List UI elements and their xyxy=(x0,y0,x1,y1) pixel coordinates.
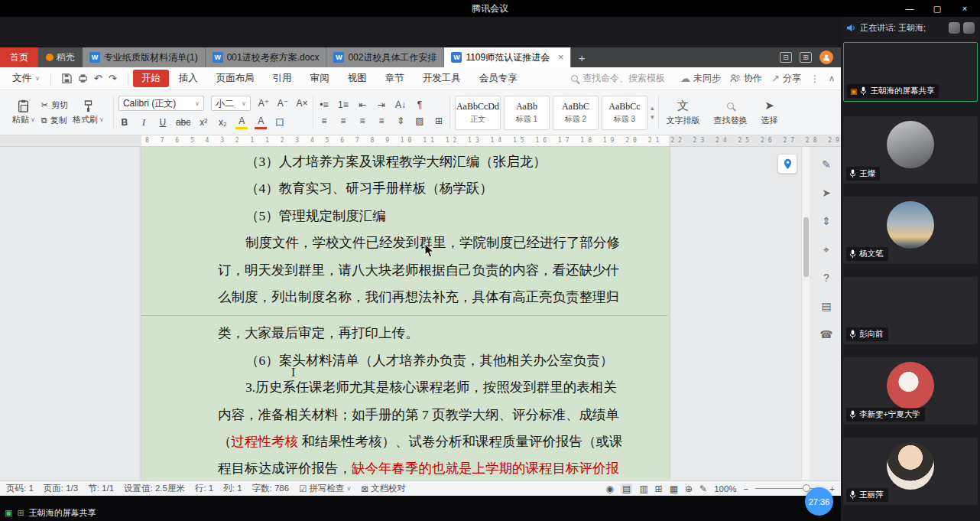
grow-font-button[interactable]: A⁺ xyxy=(258,97,270,109)
print-icon[interactable] xyxy=(78,73,88,83)
numbering-button[interactable]: 1≡ xyxy=(337,99,349,111)
select-tool-icon[interactable]: ➤ xyxy=(817,184,836,201)
phone-tool-icon[interactable]: ☎ xyxy=(817,326,836,343)
zoom-out-button[interactable]: − xyxy=(744,484,749,493)
account-avatar[interactable] xyxy=(819,50,833,64)
snapshot-tool-icon[interactable]: ▤ xyxy=(817,298,836,314)
find-replace-button[interactable]: 查找替换 xyxy=(706,93,754,132)
reaction-icons[interactable] xyxy=(949,22,975,34)
document-line[interactable]: 订，明天发到群里，请八大块老师根据自己负责的内容，看还缺少什 xyxy=(218,257,591,284)
font-name-combo[interactable]: Calibri (正文)∨ xyxy=(118,96,204,111)
document-line[interactable]: 内容，准备相关材料；如手册的第 7 页教学大纲、评分标准、成绩单 xyxy=(218,402,591,428)
doc-tab-1[interactable]: W 专业纸质版材料清单(1) xyxy=(83,47,206,67)
vertical-scrollbar[interactable] xyxy=(801,147,810,480)
font-size-combo[interactable]: 小二∨ xyxy=(211,96,251,111)
clear-format-button[interactable]: A× xyxy=(296,97,308,109)
menu-tab-dev-tools[interactable]: 开发工具 xyxy=(414,70,469,87)
bold-button[interactable]: B xyxy=(118,116,131,129)
document-proof-button[interactable]: ⊠ 文档校对 xyxy=(361,483,406,494)
align-left-button[interactable]: ≡ xyxy=(318,115,330,127)
doc-tab-2[interactable]: W 001进校考察方案.docx xyxy=(206,47,327,67)
redo-icon[interactable]: ↷ xyxy=(109,73,117,84)
edit-tool-icon[interactable]: ✎ xyxy=(817,156,836,173)
screen-share-tile[interactable]: ▣王朝海的屏幕共享 xyxy=(843,42,978,102)
character-shading-button[interactable]: 囗 xyxy=(274,116,286,129)
meeting-timer[interactable]: 27:36 xyxy=(805,487,833,516)
sync-status[interactable]: ☁ 未同步 xyxy=(680,72,721,85)
style-heading-2[interactable]: AaBbC 标题 2 xyxy=(553,96,599,130)
share-button[interactable]: ↗ 分享 xyxy=(771,72,801,85)
participant-tile[interactable]: 王丽萍 xyxy=(843,438,978,505)
command-search[interactable]: 查找命令、搜索模板 xyxy=(571,72,665,85)
bullets-button[interactable]: •≡ xyxy=(318,99,330,111)
copy-button[interactable]: ⧉复制 xyxy=(41,115,68,126)
outline-view-icon[interactable]: ⊞ xyxy=(655,484,663,494)
style-normal[interactable]: AaBbCcDd 正文 xyxy=(455,96,501,130)
page-view-icon[interactable]: ▤ xyxy=(621,484,632,494)
menu-tab-home[interactable]: 开始 xyxy=(133,70,169,87)
document-line[interactable]: （过程性考核 和结果性考核）、试卷分析和课程质量评价报告（或课 xyxy=(218,428,591,455)
superscript-button[interactable]: x² xyxy=(197,116,209,129)
collaborate-button[interactable]: 协作 xyxy=(730,72,762,85)
shrink-font-button[interactable]: A⁻ xyxy=(277,97,289,109)
document-line[interactable]: 3.历史系任课老师尤其是核心课程老师，按照发到群里的表相关 xyxy=(218,374,591,401)
minimize-button[interactable]: — xyxy=(896,0,923,17)
doc-tab-3[interactable]: W 002进校具体工作安排 xyxy=(326,47,444,67)
document-line[interactable]: （4）教育实习、研习手册样板（杨学跃） xyxy=(218,175,591,202)
undo-icon[interactable]: ↶ xyxy=(94,73,102,84)
increase-indent-button[interactable]: ⇥ xyxy=(375,99,388,111)
reaction-icon[interactable] xyxy=(963,22,975,34)
select-button[interactable]: ➤ 选择 xyxy=(754,93,784,132)
menu-tab-insert[interactable]: 插入 xyxy=(170,70,206,87)
eye-protect-icon[interactable]: ◉ xyxy=(605,484,613,494)
location-pin-button[interactable] xyxy=(777,154,797,174)
globe-icon[interactable]: ⊕ xyxy=(685,484,693,494)
gallery-down-icon[interactable]: ▾ xyxy=(651,113,654,121)
menu-tab-references[interactable]: 引用 xyxy=(264,70,300,87)
pen-icon[interactable]: ✎ xyxy=(699,484,707,494)
subscript-button[interactable]: x₂ xyxy=(216,116,229,129)
paste-button[interactable]: 粘贴∨ xyxy=(8,98,40,127)
style-heading-3[interactable]: AaBbCc 标题 3 xyxy=(602,96,647,130)
format-painter-button[interactable]: 格式刷∨ xyxy=(68,99,109,127)
styles-gallery-arrows[interactable]: ▴ ▾ xyxy=(651,104,654,121)
cut-button[interactable]: ✂剪切 xyxy=(41,99,68,111)
document-line[interactable]: 类，大家最后审定，再打印上传。 xyxy=(218,320,591,347)
status-word-count[interactable]: 字数: 786 xyxy=(252,483,290,494)
menu-tab-view[interactable]: 视图 xyxy=(339,70,375,87)
reaction-icon[interactable] xyxy=(949,22,960,34)
font-color-button[interactable]: A xyxy=(255,115,267,129)
shading-button[interactable]: ▨ xyxy=(414,115,426,127)
wps-daoke-tab[interactable]: 稻壳 xyxy=(38,47,83,67)
document-line[interactable]: 程目标达成评价报告，缺今年春季的也就是上学期的课程目标评价报 xyxy=(218,455,591,480)
document-line[interactable]: 么制度，列出制度名称，我们再想法补充，具体有高正亮负责整理归 xyxy=(218,284,591,311)
zoom-level[interactable]: 100% xyxy=(714,484,736,493)
participant-tile[interactable]: 彭向前 xyxy=(843,277,978,344)
sort-button[interactable]: A↓ xyxy=(394,99,407,111)
italic-button[interactable]: I xyxy=(138,116,150,129)
workspace-grid-icon[interactable]: ⊞ xyxy=(800,52,812,63)
gallery-up-icon[interactable]: ▴ xyxy=(651,104,654,112)
save-icon[interactable] xyxy=(62,73,72,83)
menu-tab-page-layout[interactable]: 页面布局 xyxy=(208,70,263,87)
text-typeset-button[interactable]: 文 文字排版 xyxy=(659,93,706,132)
document-line[interactable]: 制度文件，学校文件已经发到群里，学院制度已经进行了部分修 xyxy=(218,230,591,256)
read-view-icon[interactable]: ▦ xyxy=(670,484,678,494)
more-menu-icon[interactable]: ⋮ xyxy=(810,73,819,84)
participant-tile[interactable]: 李新雯+宁夏大学 xyxy=(843,357,978,425)
menu-tab-member[interactable]: 会员专享 xyxy=(471,70,526,87)
highlight-color-button[interactable]: A xyxy=(235,115,248,129)
spell-check-toggle[interactable]: ☑ 拼写检查 ∨ xyxy=(299,483,351,494)
doc-tab-4-active[interactable]: W 1109师范认证推进会 × xyxy=(444,47,571,67)
show-marks-button[interactable]: ¶ xyxy=(414,99,426,111)
justify-button[interactable]: ≡ xyxy=(375,115,388,127)
participant-tile[interactable]: 王燦 xyxy=(843,116,978,184)
maximize-button[interactable]: ▢ xyxy=(923,0,951,17)
document-line[interactable]: （5）管理规定制度汇编 xyxy=(218,203,591,230)
close-button[interactable]: × xyxy=(951,0,978,17)
align-center-button[interactable]: ≡ xyxy=(337,115,349,127)
help-tool-icon[interactable]: ? xyxy=(817,269,836,286)
strikethrough-button[interactable]: abc xyxy=(176,116,190,129)
zoom-in-button[interactable]: + xyxy=(829,484,835,493)
participant-tile[interactable]: 杨文笔 xyxy=(843,197,978,264)
